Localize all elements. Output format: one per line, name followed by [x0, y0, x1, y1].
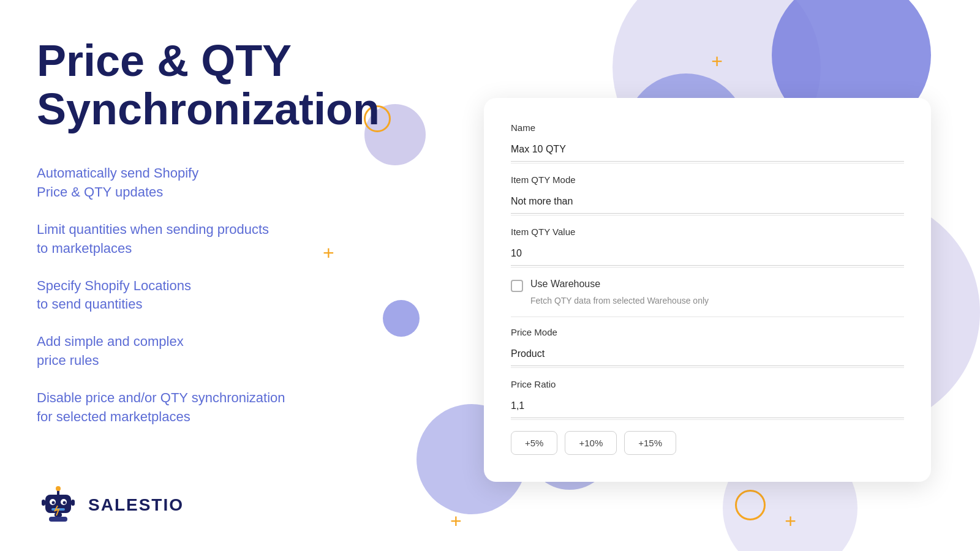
price-buttons: +5% +10% +15% [511, 431, 904, 455]
price-mode-group: Price Mode [511, 327, 904, 368]
svg-rect-8 [42, 500, 45, 506]
logo-text: SALESTIO [88, 495, 184, 515]
price-ratio-label: Price Ratio [511, 379, 904, 389]
name-group: Name [511, 122, 904, 163]
use-warehouse-label: Use Warehouse [530, 279, 600, 290]
svg-point-3 [52, 501, 55, 504]
qty-mode-label: Item QTY Mode [511, 174, 904, 185]
feature-item-3: Specify Shopify Locationsto send quantit… [37, 277, 392, 315]
qty-mode-input[interactable] [511, 190, 904, 214]
form-card: Name Item QTY Mode Item QTY Value Use Wa… [484, 98, 931, 482]
price-ratio-group: Price Ratio [511, 379, 904, 420]
plus-deco-bot1: + [450, 510, 462, 533]
svg-point-7 [56, 486, 61, 491]
qty-value-input[interactable] [511, 242, 904, 266]
use-warehouse-checkbox[interactable] [511, 280, 523, 292]
page-title: Price & QTY Synchronization [37, 37, 392, 133]
logo-icon [37, 484, 80, 527]
svg-rect-11 [49, 517, 67, 522]
price-mode-input[interactable] [511, 342, 904, 366]
svg-rect-10 [55, 513, 62, 517]
price-btn-15[interactable]: +15% [624, 431, 676, 455]
name-label: Name [511, 122, 904, 133]
price-btn-10[interactable]: +10% [565, 431, 617, 455]
use-warehouse-hint: Fetch QTY data from selected Warehouse o… [530, 296, 904, 305]
left-panel: Price & QTY Synchronization Automaticall… [37, 37, 392, 426]
name-input[interactable] [511, 138, 904, 162]
feature-item-1: Automatically send ShopifyPrice & QTY up… [37, 164, 392, 202]
logo-area: SALESTIO [37, 484, 184, 527]
svg-rect-9 [71, 500, 75, 506]
feature-item-4: Add simple and complexprice rules [37, 332, 392, 370]
price-ratio-input[interactable] [511, 394, 904, 418]
plus-deco-top: + [711, 50, 723, 73]
circle-outline-2 [735, 490, 766, 520]
qty-value-label: Item QTY Value [511, 227, 904, 237]
svg-point-4 [63, 501, 66, 504]
plus-deco-bot2: + [785, 510, 796, 533]
price-btn-5[interactable]: +5% [511, 431, 557, 455]
feature-item-5: Disable price and/or QTY synchronization… [37, 389, 392, 427]
use-warehouse-row: Use Warehouse [511, 279, 904, 292]
qty-value-group: Item QTY Value [511, 227, 904, 268]
qty-mode-group: Item QTY Mode [511, 174, 904, 216]
feature-list: Automatically send ShopifyPrice & QTY up… [37, 164, 392, 426]
feature-item-2: Limit quantities when sending productsto… [37, 220, 392, 258]
price-mode-label: Price Mode [511, 327, 904, 337]
